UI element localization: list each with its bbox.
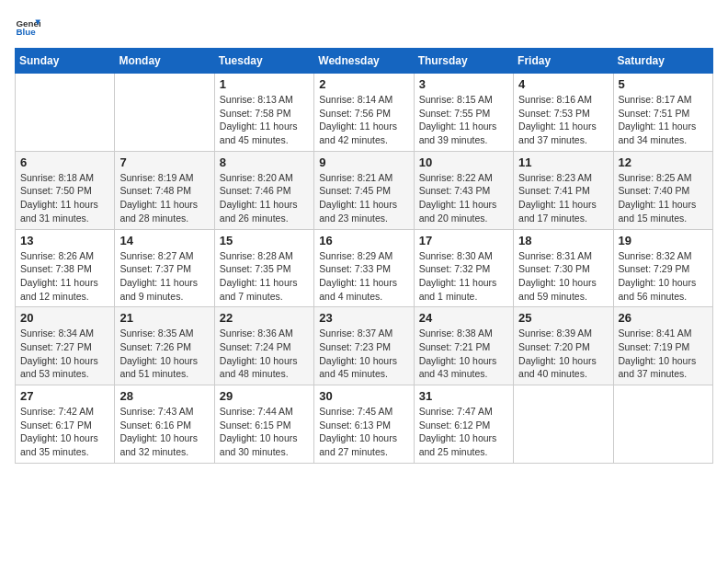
- day-info: Sunrise: 7:44 AM Sunset: 6:15 PM Dayligh…: [220, 405, 309, 459]
- day-of-week-header: Monday: [115, 49, 214, 74]
- day-number: 4: [518, 77, 608, 91]
- calendar-table: SundayMondayTuesdayWednesdayThursdayFrid…: [15, 48, 713, 464]
- calendar-cell: 16Sunrise: 8:29 AM Sunset: 7:33 PM Dayli…: [314, 229, 414, 307]
- day-info: Sunrise: 8:14 AM Sunset: 7:56 PM Dayligh…: [319, 93, 408, 147]
- day-number: 10: [419, 155, 508, 169]
- day-number: 26: [619, 311, 708, 325]
- calendar-week-row: 13Sunrise: 8:26 AM Sunset: 7:38 PM Dayli…: [16, 229, 713, 307]
- calendar-cell: 10Sunrise: 8:22 AM Sunset: 7:43 PM Dayli…: [414, 151, 513, 229]
- calendar-cell: 8Sunrise: 8:20 AM Sunset: 7:46 PM Daylig…: [214, 151, 313, 229]
- day-number: 29: [220, 389, 309, 403]
- calendar-cell: 5Sunrise: 8:17 AM Sunset: 7:51 PM Daylig…: [613, 74, 712, 152]
- calendar-cell: 31Sunrise: 7:47 AM Sunset: 6:12 PM Dayli…: [414, 385, 513, 464]
- day-info: Sunrise: 8:30 AM Sunset: 7:32 PM Dayligh…: [419, 249, 508, 304]
- calendar-cell: 12Sunrise: 8:25 AM Sunset: 7:40 PM Dayli…: [613, 151, 712, 229]
- day-info: Sunrise: 7:45 AM Sunset: 6:13 PM Dayligh…: [319, 405, 408, 459]
- day-number: 23: [319, 311, 408, 325]
- day-info: Sunrise: 8:25 AM Sunset: 7:40 PM Dayligh…: [619, 171, 708, 225]
- calendar-cell: 2Sunrise: 8:14 AM Sunset: 7:56 PM Daylig…: [314, 74, 414, 152]
- calendar-week-row: 1Sunrise: 8:13 AM Sunset: 7:58 PM Daylig…: [16, 74, 713, 152]
- day-info: Sunrise: 8:41 AM Sunset: 7:19 PM Dayligh…: [619, 327, 708, 381]
- calendar-cell: 30Sunrise: 7:45 AM Sunset: 6:13 PM Dayli…: [314, 385, 414, 464]
- calendar-cell: 25Sunrise: 8:39 AM Sunset: 7:20 PM Dayli…: [514, 307, 613, 385]
- calendar-cell: 15Sunrise: 8:28 AM Sunset: 7:35 PM Dayli…: [214, 229, 313, 307]
- day-info: Sunrise: 8:29 AM Sunset: 7:33 PM Dayligh…: [319, 249, 408, 304]
- day-info: Sunrise: 8:23 AM Sunset: 7:41 PM Dayligh…: [518, 171, 608, 225]
- calendar-cell: [514, 385, 613, 464]
- calendar-header-row: SundayMondayTuesdayWednesdayThursdayFrid…: [16, 49, 713, 74]
- calendar-cell: 21Sunrise: 8:35 AM Sunset: 7:26 PM Dayli…: [115, 307, 214, 385]
- day-info: Sunrise: 8:31 AM Sunset: 7:30 PM Dayligh…: [518, 249, 608, 304]
- calendar-cell: 11Sunrise: 8:23 AM Sunset: 7:41 PM Dayli…: [514, 151, 613, 229]
- day-number: 7: [119, 155, 209, 169]
- day-number: 17: [419, 234, 508, 247]
- day-number: 11: [518, 155, 608, 169]
- day-info: Sunrise: 8:13 AM Sunset: 7:58 PM Dayligh…: [220, 93, 309, 147]
- calendar-cell: 1Sunrise: 8:13 AM Sunset: 7:58 PM Daylig…: [214, 74, 313, 152]
- calendar-cell: 22Sunrise: 8:36 AM Sunset: 7:24 PM Dayli…: [214, 307, 313, 385]
- calendar-cell: 20Sunrise: 8:34 AM Sunset: 7:27 PM Dayli…: [16, 307, 115, 385]
- day-number: 8: [220, 155, 309, 169]
- page-header: General Blue: [15, 15, 713, 40]
- day-info: Sunrise: 8:16 AM Sunset: 7:53 PM Dayligh…: [518, 93, 608, 147]
- calendar-cell: 6Sunrise: 8:18 AM Sunset: 7:50 PM Daylig…: [16, 151, 115, 229]
- calendar-cell: 9Sunrise: 8:21 AM Sunset: 7:45 PM Daylig…: [314, 151, 414, 229]
- day-info: Sunrise: 8:22 AM Sunset: 7:43 PM Dayligh…: [419, 171, 508, 225]
- calendar-cell: [613, 385, 712, 464]
- calendar-cell: 27Sunrise: 7:42 AM Sunset: 6:17 PM Dayli…: [16, 385, 115, 464]
- day-of-week-header: Saturday: [613, 49, 712, 74]
- day-of-week-header: Friday: [514, 49, 613, 74]
- calendar-cell: 26Sunrise: 8:41 AM Sunset: 7:19 PM Dayli…: [613, 307, 712, 385]
- calendar-cell: 17Sunrise: 8:30 AM Sunset: 7:32 PM Dayli…: [414, 229, 513, 307]
- calendar-cell: [16, 74, 115, 152]
- day-number: 19: [619, 234, 708, 247]
- day-number: 27: [20, 389, 109, 403]
- day-info: Sunrise: 8:36 AM Sunset: 7:24 PM Dayligh…: [220, 327, 309, 381]
- calendar-cell: 3Sunrise: 8:15 AM Sunset: 7:55 PM Daylig…: [414, 74, 513, 152]
- day-info: Sunrise: 8:17 AM Sunset: 7:51 PM Dayligh…: [619, 93, 708, 147]
- calendar-cell: 29Sunrise: 7:44 AM Sunset: 6:15 PM Dayli…: [214, 385, 313, 464]
- day-number: 15: [220, 234, 309, 247]
- day-number: 30: [319, 389, 408, 403]
- day-number: 16: [319, 234, 408, 247]
- calendar-week-row: 27Sunrise: 7:42 AM Sunset: 6:17 PM Dayli…: [16, 385, 713, 464]
- day-info: Sunrise: 8:26 AM Sunset: 7:38 PM Dayligh…: [20, 249, 109, 304]
- day-number: 9: [319, 155, 408, 169]
- calendar-cell: 19Sunrise: 8:32 AM Sunset: 7:29 PM Dayli…: [613, 229, 712, 307]
- day-info: Sunrise: 8:32 AM Sunset: 7:29 PM Dayligh…: [619, 249, 708, 304]
- calendar-cell: 7Sunrise: 8:19 AM Sunset: 7:48 PM Daylig…: [115, 151, 214, 229]
- calendar-week-row: 6Sunrise: 8:18 AM Sunset: 7:50 PM Daylig…: [16, 151, 713, 229]
- day-info: Sunrise: 8:39 AM Sunset: 7:20 PM Dayligh…: [518, 327, 608, 381]
- day-info: Sunrise: 8:27 AM Sunset: 7:37 PM Dayligh…: [119, 249, 209, 304]
- day-number: 24: [419, 311, 508, 325]
- day-info: Sunrise: 8:35 AM Sunset: 7:26 PM Dayligh…: [119, 327, 209, 381]
- day-number: 12: [619, 155, 708, 169]
- calendar-cell: 24Sunrise: 8:38 AM Sunset: 7:21 PM Dayli…: [414, 307, 513, 385]
- day-info: Sunrise: 8:21 AM Sunset: 7:45 PM Dayligh…: [319, 171, 408, 225]
- day-number: 6: [20, 155, 109, 169]
- logo: General Blue: [15, 15, 40, 40]
- day-info: Sunrise: 8:18 AM Sunset: 7:50 PM Dayligh…: [20, 171, 109, 225]
- logo-icon: General Blue: [15, 15, 40, 40]
- day-number: 25: [518, 311, 608, 325]
- day-of-week-header: Wednesday: [314, 49, 414, 74]
- calendar-cell: 23Sunrise: 8:37 AM Sunset: 7:23 PM Dayli…: [314, 307, 414, 385]
- day-info: Sunrise: 8:37 AM Sunset: 7:23 PM Dayligh…: [319, 327, 408, 381]
- day-number: 2: [319, 77, 408, 91]
- day-number: 20: [20, 311, 109, 325]
- day-of-week-header: Sunday: [16, 49, 115, 74]
- day-info: Sunrise: 7:47 AM Sunset: 6:12 PM Dayligh…: [419, 405, 508, 459]
- calendar-cell: 18Sunrise: 8:31 AM Sunset: 7:30 PM Dayli…: [514, 229, 613, 307]
- day-info: Sunrise: 8:15 AM Sunset: 7:55 PM Dayligh…: [419, 93, 508, 147]
- day-info: Sunrise: 8:19 AM Sunset: 7:48 PM Dayligh…: [119, 171, 209, 225]
- day-of-week-header: Thursday: [414, 49, 513, 74]
- day-of-week-header: Tuesday: [214, 49, 313, 74]
- calendar-cell: 28Sunrise: 7:43 AM Sunset: 6:16 PM Dayli…: [115, 385, 214, 464]
- day-number: 28: [119, 389, 209, 403]
- day-number: 31: [419, 389, 508, 403]
- calendar-cell: 13Sunrise: 8:26 AM Sunset: 7:38 PM Dayli…: [16, 229, 115, 307]
- day-number: 5: [619, 77, 708, 91]
- day-number: 13: [20, 234, 109, 247]
- day-number: 22: [220, 311, 309, 325]
- day-info: Sunrise: 7:42 AM Sunset: 6:17 PM Dayligh…: [20, 405, 109, 459]
